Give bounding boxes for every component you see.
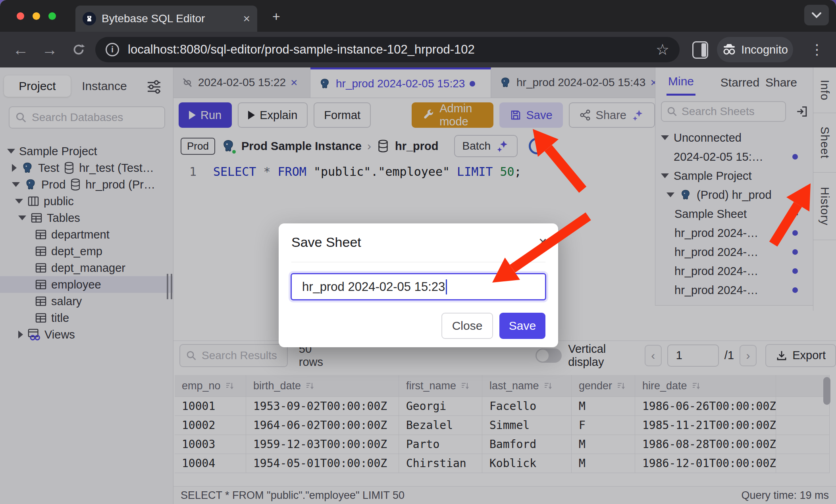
dialog-close-icon[interactable]: ×	[539, 234, 547, 250]
browser-navbar: ← → i localhost:8080/sql-editor/prod-sam…	[0, 32, 836, 67]
browser-tab-close-icon[interactable]: ×	[243, 13, 250, 25]
sheet-name-input[interactable]: hr_prod 2024-02-05 15:23	[291, 273, 546, 300]
browser-tab-title: Bytebase SQL Editor	[102, 12, 237, 25]
save-sheet-dialog: Save Sheet × hr_prod 2024-02-05 15:23 Cl…	[279, 223, 558, 347]
browser-tab[interactable]: Bytebase SQL Editor ×	[75, 6, 257, 32]
side-panel-icon[interactable]	[692, 41, 708, 59]
dialog-close-button[interactable]: Close	[441, 313, 493, 339]
back-icon[interactable]: ←	[9, 32, 33, 67]
browser-menu-icon[interactable]: ⋮	[810, 32, 824, 67]
bookmark-star-icon[interactable]: ☆	[656, 41, 669, 58]
tab-search-chevron-icon[interactable]	[804, 5, 829, 25]
dialog-title: Save Sheet	[291, 235, 361, 250]
sheet-name-value: hr_prod 2024-02-05 15:23	[302, 280, 445, 294]
url-bar[interactable]: i localhost:8080/sql-editor/prod-sample-…	[95, 37, 680, 62]
reload-icon[interactable]	[67, 32, 91, 67]
site-info-icon[interactable]: i	[106, 43, 119, 56]
bytebase-favicon-icon	[83, 12, 96, 25]
text-caret	[446, 279, 447, 294]
zoom-window-button[interactable]	[48, 12, 56, 20]
browser-window: Bytebase SQL Editor × + ← → i localhost:…	[0, 0, 836, 504]
new-tab-icon[interactable]: +	[272, 9, 280, 24]
url-text: localhost:8080/sql-editor/prod-sample-in…	[128, 42, 647, 57]
forward-icon[interactable]: →	[38, 32, 62, 67]
incognito-badge: Incognito	[717, 37, 793, 62]
minimize-window-button[interactable]	[33, 12, 40, 20]
incognito-label: Incognito	[741, 43, 788, 56]
screen: Bytebase SQL Editor × + ← → i localhost:…	[0, 0, 836, 504]
dialog-save-button[interactable]: Save	[499, 313, 545, 339]
browser-titlebar: Bytebase SQL Editor × +	[0, 0, 836, 32]
close-window-button[interactable]	[17, 12, 24, 20]
dialog-divider	[291, 262, 545, 262]
